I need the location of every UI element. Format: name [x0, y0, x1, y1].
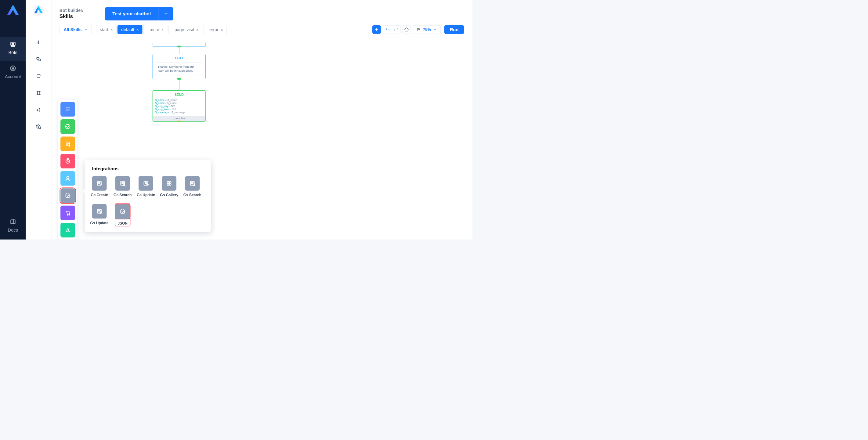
cart-tool[interactable]: [60, 206, 75, 220]
undo-button[interactable]: [383, 27, 392, 32]
integrations-tool[interactable]: [60, 188, 75, 203]
send-node-footer: __new_lead: [153, 116, 206, 121]
send-row: $_app_time=N/A: [155, 108, 203, 111]
main-area: Bot builder/ Skills Test your chatbot Al…: [52, 0, 472, 240]
page-title: Skills: [60, 13, 84, 20]
skill-tab-start[interactable]: startx: [96, 25, 117, 34]
integration-gs-search[interactable]: Gs Search: [185, 176, 199, 197]
send-node[interactable]: SEND $_name=$_name$_email=$_email$_app_d…: [153, 90, 206, 122]
check-tool[interactable]: [60, 119, 75, 134]
close-icon[interactable]: x: [136, 27, 138, 32]
svg-rect-29: [169, 184, 171, 185]
svg-rect-28: [167, 184, 169, 185]
gs-update-icon: [92, 204, 107, 218]
test-chatbot-dropdown[interactable]: [158, 7, 173, 21]
skill-tab-_page_visit[interactable]: _page_visitx: [168, 25, 203, 34]
skill-tab-_mute[interactable]: _mutex: [144, 25, 167, 34]
zoom-control[interactable]: 75%: [413, 25, 440, 34]
close-icon[interactable]: x: [111, 27, 113, 32]
skills-select[interactable]: All Skills: [60, 25, 92, 34]
close-icon[interactable]: x: [221, 27, 223, 32]
svg-point-2: [12, 67, 13, 68]
user-tool[interactable]: [60, 171, 75, 186]
integration-label: Gc Create: [91, 193, 108, 197]
integrations-popover: Integrations Gc CreateGc SearchGc Update…: [85, 160, 211, 232]
workspace-broadcast[interactable]: [35, 107, 41, 113]
svg-point-20: [69, 215, 70, 215]
svg-point-19: [67, 215, 68, 215]
svg-rect-3: [11, 220, 15, 224]
svg-rect-18: [66, 194, 70, 197]
svg-point-13: [419, 28, 420, 30]
home-button[interactable]: [402, 25, 411, 34]
close-icon[interactable]: x: [196, 27, 198, 32]
send-row: $_email=$_email: [155, 102, 203, 105]
gc-update-icon: [138, 176, 153, 191]
nav-bots[interactable]: Bots: [0, 37, 26, 61]
text-block-tool[interactable]: [60, 102, 75, 117]
redo-button[interactable]: [392, 27, 400, 32]
run-button[interactable]: Run: [444, 25, 464, 34]
json-icon: [115, 204, 130, 219]
integration-gs-update[interactable]: Gs Update: [92, 204, 107, 226]
gs-search-icon: [185, 176, 199, 191]
connector-end: [179, 89, 180, 90]
send-node-title: SEND: [153, 93, 206, 97]
workspace-analytics[interactable]: [35, 39, 41, 45]
webhook-tool[interactable]: [60, 223, 75, 238]
svg-point-14: [66, 124, 70, 129]
gc-create-icon: [92, 176, 107, 191]
skill-tab-default[interactable]: defaultx: [118, 25, 143, 34]
integration-gc-search[interactable]: Gc Search: [115, 176, 130, 197]
integration-label: Gs Update: [90, 221, 108, 225]
integration-label: Gc Search: [114, 193, 131, 197]
workspace-flow[interactable]: [35, 90, 41, 96]
breadcrumb: Bot builder/: [60, 8, 84, 13]
text-node-title: TEXT: [153, 57, 206, 60]
svg-point-12: [417, 28, 419, 30]
prev-node-fragment: [153, 43, 206, 47]
timer-tool[interactable]: [60, 154, 75, 168]
svg-rect-26: [167, 182, 169, 183]
test-chatbot-button[interactable]: Test your chatbot: [105, 7, 173, 21]
run-label: Run: [450, 27, 459, 32]
workspace-logo: [32, 4, 45, 16]
integration-label: Gs Gallery: [160, 193, 178, 197]
gc-search-icon: [115, 176, 130, 191]
svg-point-11: [38, 126, 39, 128]
gs-gallery-icon: [162, 176, 177, 191]
integration-gs-gallery[interactable]: Gs Gallery: [162, 176, 177, 197]
workspace-settings[interactable]: [35, 124, 41, 130]
header: Bot builder/ Skills Test your chatbot: [52, 0, 472, 22]
svg-point-17: [66, 176, 69, 179]
nav-bots-label: Bots: [0, 50, 26, 55]
test-chatbot-label: Test your chatbot: [105, 11, 158, 16]
integration-gc-create[interactable]: Gc Create: [92, 176, 107, 197]
text-node[interactable]: TEXT Thanks! Someone from our team will …: [153, 54, 206, 79]
workspace-sync[interactable]: [35, 73, 41, 79]
skills-select-label: All Skills: [63, 27, 82, 32]
workspace-conversations[interactable]: [35, 56, 41, 62]
nav-docs[interactable]: Docs: [0, 215, 26, 240]
send-node-rows: $_name=$_name$_email=$_email$_app_day=N/…: [155, 99, 203, 114]
integration-label: Gs Search: [183, 193, 202, 197]
nav-docs-label: Docs: [0, 228, 26, 233]
app-logo: [5, 5, 20, 17]
svg-rect-33: [121, 210, 125, 213]
node-palette: [58, 100, 78, 240]
app-left-rail: Bots Account Docs: [0, 0, 26, 240]
integration-label: JSON: [118, 221, 128, 225]
integration-gc-update[interactable]: Gc Update: [138, 176, 153, 197]
text-node-body: Thanks! Someone from our team will be in…: [155, 63, 203, 75]
toolbar: All Skills startxdefaultx_mutex_page_vis…: [52, 22, 472, 37]
integration-json[interactable]: JSON: [115, 204, 130, 226]
flow-canvas[interactable]: TEXT Thanks! Someone from our team will …: [52, 43, 472, 240]
skill-tab-_error[interactable]: _errorx: [203, 25, 227, 34]
close-icon[interactable]: x: [161, 27, 163, 32]
nav-account[interactable]: Account: [0, 61, 26, 85]
nav-account-label: Account: [0, 74, 26, 79]
svg-rect-27: [169, 182, 171, 183]
add-button[interactable]: [372, 25, 381, 34]
connector: [179, 79, 180, 90]
list-tool[interactable]: [60, 136, 75, 151]
